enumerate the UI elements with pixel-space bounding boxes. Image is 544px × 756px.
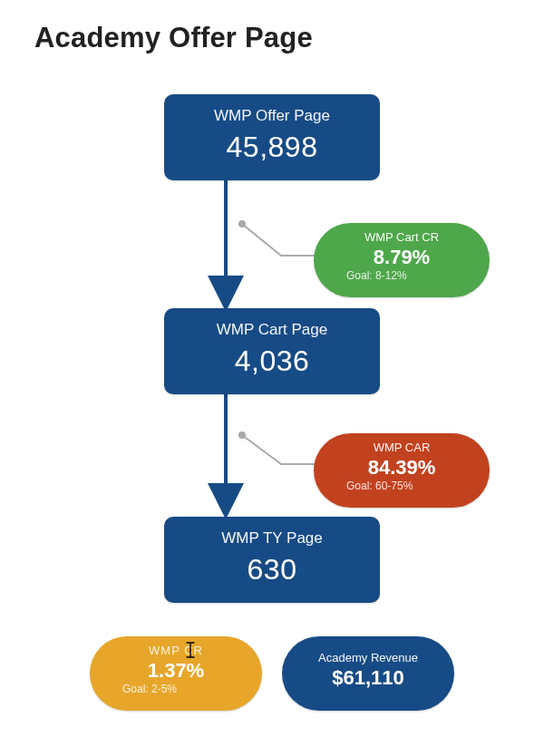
node-label: WMP TY Page [164, 529, 380, 548]
metric-label: Academy Revenue [282, 651, 454, 664]
metric-label: WMP CAR [314, 441, 490, 454]
text-cursor-icon [184, 642, 197, 658]
metric-wmp-cr: WMP CR 1.37% Goal: 2-5% [90, 636, 262, 711]
metric-academy-revenue: Academy Revenue $61,110 [282, 636, 454, 711]
node-value: 45,898 [164, 131, 380, 164]
node-label: WMP Offer Page [164, 107, 380, 125]
metric-goal: Goal: 8-12% [314, 269, 490, 282]
svg-point-3 [238, 431, 246, 439]
node-cart-page: WMP Cart Page 4,036 [164, 308, 380, 394]
metric-label: WMP Cart CR [314, 230, 490, 244]
node-value: 4,036 [164, 344, 380, 378]
node-ty-page: WMP TY Page 630 [164, 517, 380, 603]
metric-value: 8.79% [314, 246, 490, 269]
metric-value: $61,110 [282, 666, 454, 690]
node-value: 630 [164, 553, 380, 586]
metric-value: 84.39% [314, 456, 490, 480]
metric-wmp-car: WMP CAR 84.39% Goal: 60-75% [314, 433, 490, 508]
metric-wmp-cart-cr: WMP Cart CR 8.79% Goal: 8-12% [314, 223, 490, 297]
bottom-row: WMP CR 1.37% Goal: 2-5% Academy Revenue … [90, 636, 454, 711]
node-label: WMP Cart Page [164, 321, 380, 339]
metric-goal: Goal: 2-5% [90, 683, 262, 695]
diagram-page: Academy Offer Page WMP Offer Page 45,898… [0, 0, 544, 756]
metric-value: 1.37% [90, 659, 262, 683]
metric-goal: Goal: 60-75% [314, 480, 490, 492]
page-title: Academy Offer Page [34, 22, 313, 54]
metric-label: WMP CR [90, 644, 262, 657]
svg-point-2 [238, 220, 246, 228]
node-offer-page: WMP Offer Page 45,898 [164, 94, 380, 180]
